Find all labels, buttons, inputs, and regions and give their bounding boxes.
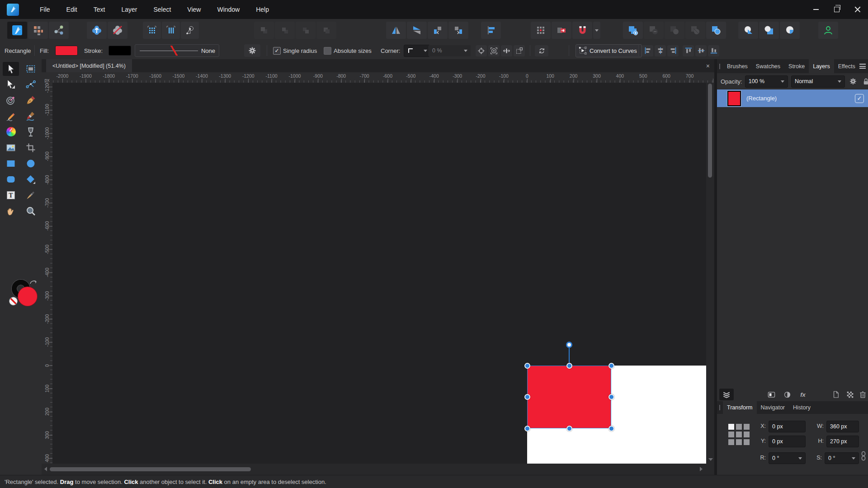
layer-effects-button[interactable]: fx xyxy=(796,389,810,400)
boolean-subtract-button[interactable] xyxy=(644,22,664,39)
panel-grip[interactable] xyxy=(719,64,720,69)
tab-stroke[interactable]: Stroke xyxy=(784,59,809,73)
handle-bottom-right[interactable] xyxy=(609,426,614,432)
blend-mode-dropdown[interactable]: Normal xyxy=(791,75,845,88)
menu-item[interactable]: Help xyxy=(248,0,277,19)
handle-middle-left[interactable] xyxy=(524,394,530,400)
anchor-cell[interactable] xyxy=(728,432,734,437)
rectangle-tool[interactable] xyxy=(3,156,19,170)
transform-objects-separately-button[interactable] xyxy=(514,45,525,56)
delete-layer-button[interactable] xyxy=(855,389,868,400)
tab-transform[interactable]: Transform xyxy=(723,401,757,414)
swap-colors-icon[interactable] xyxy=(29,279,38,286)
alignment-button[interactable] xyxy=(481,22,501,39)
boolean-divide-button[interactable] xyxy=(685,22,705,39)
vector-brush-tool[interactable] xyxy=(23,109,39,123)
panel-grip[interactable] xyxy=(719,405,720,410)
point-transform-mode-button[interactable] xyxy=(181,22,199,39)
shapes-tool[interactable] xyxy=(23,172,39,186)
menu-item[interactable]: Select xyxy=(145,0,179,19)
geometry-c-button[interactable] xyxy=(780,22,800,39)
menu-item[interactable]: Window xyxy=(209,0,248,19)
shear-dropdown[interactable]: 0 ° xyxy=(825,452,859,464)
pixel-persona-button[interactable] xyxy=(28,22,48,39)
layer-row[interactable]: (Rectangle) ✓ xyxy=(717,89,868,107)
handle-bottom-left[interactable] xyxy=(524,426,530,432)
close-button[interactable] xyxy=(847,0,868,19)
transform-origin-button[interactable] xyxy=(531,22,551,39)
fill-color-swatch[interactable] xyxy=(55,46,78,56)
anchor-cell[interactable] xyxy=(736,432,742,437)
stroke-style-selector[interactable]: None xyxy=(135,44,219,57)
handle-middle-right[interactable] xyxy=(609,394,614,400)
handle-top-left[interactable] xyxy=(524,363,530,369)
boolean-intersect-button[interactable] xyxy=(665,22,684,39)
menu-item[interactable]: Edit xyxy=(58,0,85,19)
artboard-tool[interactable] xyxy=(23,62,39,76)
y-field[interactable]: 0 px xyxy=(769,436,806,447)
export-persona-button[interactable] xyxy=(49,22,69,39)
anchor-cell[interactable] xyxy=(728,439,734,445)
selected-rectangle-object[interactable] xyxy=(527,366,611,428)
cycle-selection-box-button[interactable] xyxy=(488,45,500,56)
mirror-handles-button[interactable] xyxy=(501,45,512,56)
corner-radius-dropdown[interactable]: 0 % xyxy=(429,45,471,57)
anchor-cell[interactable] xyxy=(744,424,750,430)
scroll-down-icon[interactable] xyxy=(708,458,713,461)
absolute-sizes-checkbox[interactable] xyxy=(324,47,331,55)
vector-crop-tool[interactable] xyxy=(23,141,39,155)
restore-button[interactable] xyxy=(826,0,847,19)
boolean-add-button[interactable] xyxy=(623,22,643,39)
text-tool[interactable]: T xyxy=(3,188,19,202)
show-rotation-center-button[interactable] xyxy=(476,45,487,56)
tab-history[interactable]: History xyxy=(789,401,815,414)
panel-menu-icon[interactable] xyxy=(859,64,866,69)
zoom-tool[interactable] xyxy=(23,204,39,218)
style-up-button[interactable] xyxy=(87,22,107,39)
geometry-b-button[interactable] xyxy=(759,22,779,39)
no-color-well[interactable] xyxy=(9,297,18,305)
node-tool[interactable] xyxy=(3,77,19,91)
horizontal-scrollbar[interactable] xyxy=(42,464,714,475)
align-center-button[interactable] xyxy=(655,45,666,56)
x-field[interactable]: 0 px xyxy=(769,421,806,432)
ellipse-tool[interactable] xyxy=(23,156,39,170)
flip-vertical-button[interactable] xyxy=(407,22,427,39)
layer-settings-gear-icon[interactable] xyxy=(849,77,857,85)
flip-horizontal-button[interactable] xyxy=(386,22,406,39)
align-left-button[interactable] xyxy=(642,45,653,56)
order-forward-button[interactable] xyxy=(275,22,295,39)
move-tool[interactable] xyxy=(3,62,19,76)
h-field[interactable]: 270 px xyxy=(826,436,859,447)
horizontal-scrollbar-thumb[interactable] xyxy=(50,467,251,471)
anchor-cell[interactable] xyxy=(736,439,742,445)
align-middle-button[interactable] xyxy=(695,45,707,56)
handle-top-right[interactable] xyxy=(609,363,614,369)
align-right-button[interactable] xyxy=(667,45,679,56)
layers-stack-button[interactable] xyxy=(719,389,734,400)
tab-navigator[interactable]: Navigator xyxy=(757,401,789,414)
transparency-tool[interactable] xyxy=(23,125,39,139)
adjustment-button[interactable] xyxy=(780,389,794,400)
menu-item[interactable]: Text xyxy=(85,0,113,19)
w-field[interactable]: 360 px xyxy=(826,421,859,432)
boolean-combine-button[interactable] xyxy=(706,22,726,39)
tab-swatches[interactable]: Swatches xyxy=(752,59,784,73)
menu-item[interactable]: Layer xyxy=(113,0,145,19)
document-tab[interactable]: <Untitled> [Modified] (51.4%) xyxy=(46,59,132,72)
mask-button[interactable] xyxy=(764,389,778,400)
stroke-properties-button[interactable] xyxy=(244,44,260,57)
rotate-ccw-button[interactable] xyxy=(428,22,448,39)
stroke-color-swatch[interactable] xyxy=(108,46,131,56)
rotation-dropdown[interactable]: 0 ° xyxy=(769,452,806,464)
new-layer-button[interactable] xyxy=(829,389,843,400)
canvas[interactable] xyxy=(52,83,706,464)
tab-brushes[interactable]: Brushes xyxy=(723,59,752,73)
snapping-dropdown[interactable] xyxy=(593,22,600,39)
vertical-scrollbar-thumb[interactable] xyxy=(708,84,712,178)
menu-item[interactable]: File xyxy=(32,0,58,19)
menu-item[interactable]: View xyxy=(179,0,209,19)
fill-color-well[interactable] xyxy=(18,287,37,306)
style-off-button[interactable] xyxy=(108,22,127,39)
tab-effects[interactable]: Effects xyxy=(834,59,859,73)
